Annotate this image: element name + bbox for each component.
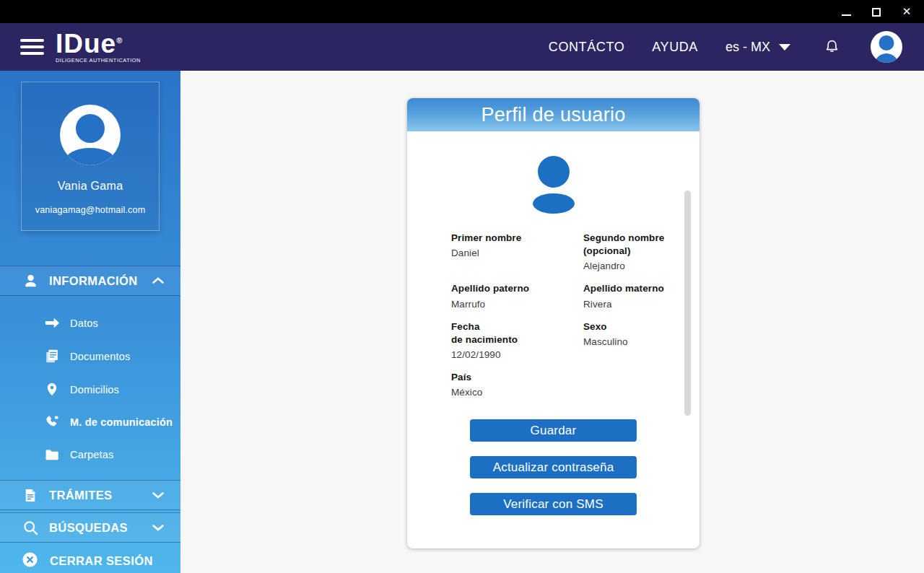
logo-subtitle: DILIGENCE AUTHENTICATION xyxy=(56,58,141,63)
language-selector[interactable]: es - MX xyxy=(725,40,790,55)
documents-icon xyxy=(43,348,61,364)
sidebar-section-label: TRÁMITES xyxy=(49,489,152,502)
sidebar-item-label: Domicilios xyxy=(70,384,119,395)
nav-contact-link[interactable]: CONTÁCTO xyxy=(549,40,624,55)
sidebar-item-cerrar-sesion[interactable]: CERRAR SESIÓN xyxy=(0,546,180,573)
guardar-button[interactable]: Guardar xyxy=(470,419,637,442)
chevron-down-icon xyxy=(152,491,165,499)
field-value: 12/02/1990 xyxy=(451,349,583,360)
sidebar-info-submenu: Datos Documentos Dom xyxy=(0,296,180,480)
chevron-up-icon xyxy=(152,276,165,285)
sidebar-item-label: Datos xyxy=(70,318,98,329)
sidebar-item-domicilios[interactable]: Domicilios xyxy=(43,381,180,398)
sidebar-item-datos[interactable]: Datos xyxy=(43,315,180,331)
sidebar-item-label: CERRAR SESIÓN xyxy=(50,554,153,568)
main-content: Perfil de usuario Primer nombre Daniel S… xyxy=(180,71,924,573)
sidebar-section-busquedas[interactable]: BÚSQUEDAS xyxy=(0,512,180,543)
sidebar-item-label: Carpetas xyxy=(70,449,113,460)
sidebar-item-m-de-comunicacion[interactable]: M. de comunicación xyxy=(43,414,180,430)
profile-form: Primer nombre Daniel Segundo nombre (opc… xyxy=(451,232,699,398)
registered-mark: ® xyxy=(116,36,123,45)
chevron-down-icon xyxy=(779,44,790,51)
person-icon xyxy=(22,273,39,289)
user-avatar-icon xyxy=(60,105,121,165)
user-avatar-icon[interactable] xyxy=(871,31,902,63)
field-label: Fecha de nacimiento xyxy=(451,320,583,346)
profile-card: Perfil de usuario Primer nombre Daniel S… xyxy=(407,98,699,548)
phone-icon xyxy=(43,414,61,430)
bell-icon[interactable] xyxy=(824,38,840,56)
file-icon xyxy=(22,487,39,504)
sidebar-item-label: Documentos xyxy=(70,351,130,362)
close-icon[interactable]: ✕ xyxy=(901,6,912,17)
page-title: Perfil de usuario xyxy=(481,104,625,126)
field-value: México xyxy=(451,387,583,398)
field-apellido-paterno: Apellido paterno Marrufo xyxy=(451,282,583,309)
field-fecha-nacimiento: Fecha de nacimiento 12/02/1990 xyxy=(451,320,583,360)
minimize-icon[interactable] xyxy=(840,6,852,17)
close-circle-icon xyxy=(22,551,38,571)
search-icon xyxy=(22,520,39,536)
sidebar-section-label: INFORMACIÓN xyxy=(49,274,152,288)
app-header: IDue® DILIGENCE AUTHENTICATION CONTÁCTO … xyxy=(0,23,924,71)
maximize-icon[interactable] xyxy=(871,6,882,17)
sidebar-profile-card: Vania Gama vaniagamag@hotmail.com xyxy=(21,82,160,231)
profile-email: vaniagamag@hotmail.com xyxy=(35,205,146,215)
verificar-sms-button[interactable]: Verificar con SMS xyxy=(470,493,637,515)
field-value: Daniel xyxy=(451,248,583,258)
titlebar: ✕ xyxy=(0,0,924,23)
field-label: Apellido paterno xyxy=(451,282,583,295)
sidebar-section-tramites[interactable]: TRÁMITES xyxy=(0,480,180,510)
chevron-down-icon xyxy=(152,523,165,532)
menu-icon[interactable] xyxy=(20,39,44,55)
field-label: País xyxy=(451,371,583,384)
card-scrollbar[interactable] xyxy=(684,191,691,416)
card-header: Perfil de usuario xyxy=(407,98,699,131)
logo-title: IDue® xyxy=(56,30,141,57)
folder-icon xyxy=(43,447,61,463)
field-value: Marrufo xyxy=(451,299,583,310)
sidebar-item-carpetas[interactable]: Carpetas xyxy=(43,447,180,463)
card-body: Primer nombre Daniel Segundo nombre (opc… xyxy=(407,131,699,548)
field-label: Primer nombre xyxy=(451,232,583,245)
sidebar: Vania Gama vaniagamag@hotmail.com INFORM… xyxy=(0,71,180,573)
sidebar-item-documentos[interactable]: Documentos xyxy=(43,348,180,364)
nav-help-link[interactable]: AYUDA xyxy=(652,40,698,55)
app-logo: IDue® DILIGENCE AUTHENTICATION xyxy=(56,30,141,63)
sidebar-item-label: M. de comunicación xyxy=(70,416,173,428)
language-label: es - MX xyxy=(725,40,770,55)
map-pin-icon xyxy=(43,381,61,398)
window-controls: ✕ xyxy=(840,6,912,17)
actualizar-contrasena-button[interactable]: Actualizar contraseña xyxy=(470,456,637,478)
user-avatar-icon xyxy=(407,156,699,214)
card-actions: Guardar Actualizar contraseña Verificar … xyxy=(407,419,699,515)
sidebar-section-informacion[interactable]: INFORMACIÓN xyxy=(0,266,180,296)
profile-name: Vania Gama xyxy=(58,180,123,193)
field-pais: País México xyxy=(451,371,583,398)
sidebar-section-label: BÚSQUEDAS xyxy=(49,521,152,535)
arrow-right-icon xyxy=(43,315,61,331)
field-primer-nombre: Primer nombre Daniel xyxy=(451,232,583,271)
